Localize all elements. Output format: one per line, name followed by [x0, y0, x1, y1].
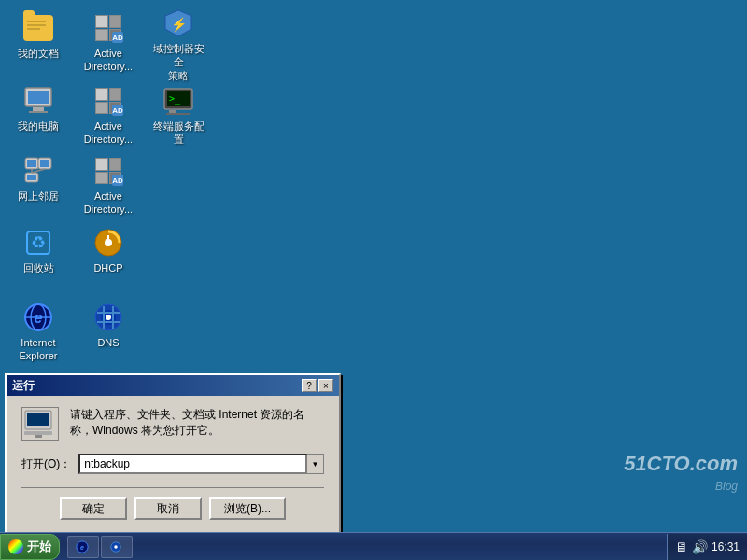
dialog-help-button[interactable]: ?: [302, 379, 317, 392]
svg-point-42: [114, 545, 118, 549]
icon-label-ad2: ActiveDirectory...: [84, 119, 133, 147]
icon-label-dns: DNS: [97, 336, 119, 349]
icon-ad2[interactable]: AD ActiveDirectory...: [75, 82, 142, 150]
svg-point-34: [106, 315, 111, 320]
icon-label-my-docs: 我的文档: [18, 47, 59, 60]
windows-logo-icon: [8, 539, 23, 554]
icon-my-docs[interactable]: 我的文档: [5, 9, 72, 63]
taskbar: 开始 e 🖥 🔊 16:31: [0, 532, 747, 560]
taskbar-ie-item[interactable]: e: [67, 536, 99, 558]
svg-rect-33: [112, 306, 114, 329]
dialog-body: 请键入程序、文件夹、文档或 Internet 资源的名称，Windows 将为您…: [7, 396, 339, 535]
svg-rect-38: [35, 435, 42, 438]
icon-label-ad1: ActiveDirectory...: [84, 47, 133, 74]
taskbar-item2[interactable]: [101, 536, 133, 558]
dialog-ok-button[interactable]: 确定: [60, 497, 127, 520]
icon-label-ad3: ActiveDirectory...: [84, 189, 133, 217]
icon-label-recycle: 回收站: [23, 261, 54, 274]
dialog-input-wrapper: ▼: [78, 454, 324, 474]
icon-label-domain-security: 域控制器安全策略: [148, 42, 208, 82]
svg-rect-32: [103, 306, 105, 329]
svg-rect-37: [24, 431, 52, 435]
dialog-input-field[interactable]: [78, 454, 307, 474]
run-dialog: 运行 ? × 请键入程序、文件夹、文档或 Internet 资源的名称，Wind…: [5, 373, 341, 537]
svg-line-18: [32, 169, 45, 173]
dialog-titlebar: 运行 ? ×: [7, 375, 339, 396]
icon-network[interactable]: 网上邻居: [5, 152, 72, 206]
icon-label-ie: InternetExplorer: [20, 336, 58, 363]
svg-point-22: [105, 239, 112, 246]
dialog-browse-button[interactable]: 浏览(B)...: [209, 497, 286, 520]
svg-rect-36: [27, 413, 49, 426]
watermark-sub: Blog: [624, 479, 738, 495]
dialog-dropdown-button[interactable]: ▼: [307, 454, 324, 474]
dialog-buttons: 确定 取消 浏览(B)...: [21, 497, 324, 524]
svg-rect-16: [27, 175, 36, 180]
svg-rect-3: [28, 91, 49, 104]
dialog-divider: [21, 487, 324, 488]
dialog-title: 运行: [12, 378, 35, 394]
taskbar-items: e: [63, 536, 667, 558]
svg-rect-5: [29, 111, 48, 113]
dialog-content-row: 请键入程序、文件夹、文档或 Internet 资源的名称，Windows 将为您…: [21, 407, 324, 441]
icon-label-my-computer: 我的电脑: [18, 119, 59, 133]
svg-rect-14: [40, 160, 49, 167]
watermark: 51CTO.com Blog: [624, 450, 738, 495]
dialog-input-row: 打开(O)： ▼: [21, 454, 324, 474]
svg-text:e: e: [80, 543, 84, 550]
svg-text:e: e: [35, 310, 43, 326]
icon-label-terminal-svc: 终端服务配置: [148, 119, 208, 147]
svg-text:⚡: ⚡: [171, 17, 188, 33]
dialog-close-button[interactable]: ×: [318, 379, 333, 392]
icon-dns[interactable]: DNS: [75, 299, 142, 353]
start-button[interactable]: 开始: [0, 534, 60, 560]
icon-recycle[interactable]: ♻ 回收站: [5, 224, 72, 278]
taskbar-time: 16:31: [712, 540, 740, 553]
tray-volume-icon: 🔊: [692, 539, 708, 554]
dialog-controls: ? ×: [302, 379, 333, 392]
svg-rect-31: [97, 321, 120, 323]
tray-network-icon: 🖥: [675, 539, 688, 554]
watermark-main: 51CTO.com: [624, 450, 738, 479]
icon-ad1[interactable]: AD ActiveDirectory...: [75, 9, 142, 77]
icon-ie[interactable]: e InternetExplorer: [5, 299, 72, 367]
dialog-cancel-button[interactable]: 取消: [134, 497, 202, 520]
icon-label-network: 网上邻居: [18, 189, 59, 203]
svg-text:>_: >_: [169, 93, 181, 105]
svg-rect-30: [97, 312, 120, 314]
dialog-open-label: 打开(O)：: [21, 456, 71, 472]
dialog-run-icon: [21, 407, 59, 441]
svg-rect-12: [27, 160, 36, 167]
svg-text:♻: ♻: [31, 233, 46, 252]
icon-dhcp[interactable]: DHCP: [75, 224, 142, 278]
svg-rect-10: [166, 113, 190, 115]
taskbar-tray: 🖥 🔊 16:31: [667, 534, 747, 560]
start-label: 开始: [27, 539, 51, 555]
svg-rect-4: [33, 107, 44, 111]
icon-label-dhcp: DHCP: [93, 261, 122, 274]
icon-domain-security[interactable]: ⚡ 域控制器安全策略: [145, 5, 212, 86]
desktop: 我的文档 AD ActiveDirectory... ⚡: [0, 0, 747, 532]
svg-rect-9: [169, 110, 176, 113]
dialog-description: 请键入程序、文件夹、文档或 Internet 资源的名称，Windows 将为您…: [70, 407, 324, 439]
icon-my-computer[interactable]: 我的电脑: [5, 82, 72, 136]
icon-terminal-svc[interactable]: >_ 终端服务配置: [145, 82, 212, 150]
icon-ad3[interactable]: AD ActiveDirectory...: [75, 152, 142, 220]
